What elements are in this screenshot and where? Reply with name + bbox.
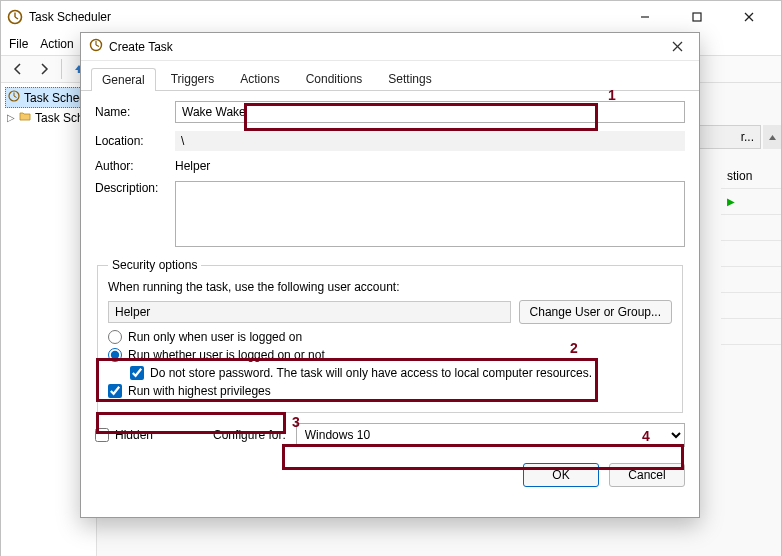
location-value: \	[175, 131, 685, 151]
run-logged-on-label: Run only when user is logged on	[128, 330, 302, 344]
create-task-dialog: Create Task General Triggers Actions Con…	[80, 32, 700, 518]
actions-row-6[interactable]	[721, 293, 781, 319]
maximize-button[interactable]	[679, 3, 715, 31]
highest-privileges-label: Run with highest privileges	[128, 384, 271, 398]
dialog-buttons: OK Cancel	[81, 455, 699, 487]
actions-row-2[interactable]: ▶	[721, 189, 781, 215]
svg-line-2	[15, 17, 18, 19]
svg-line-12	[14, 96, 17, 98]
app-icon	[7, 9, 23, 25]
actions-row-5[interactable]	[721, 267, 781, 293]
clock-icon	[8, 90, 20, 105]
description-label: Description:	[95, 181, 175, 195]
configure-for-select[interactable]: Windows 10	[296, 423, 685, 447]
play-icon: ▶	[727, 196, 735, 207]
dialog-app-icon	[89, 38, 103, 55]
back-button[interactable]	[7, 58, 29, 80]
folder-icon	[19, 110, 31, 125]
tree-root[interactable]: Task Scheduler	[5, 87, 92, 108]
dialog-body: Name: Location: \ Author: Helper Descrip…	[81, 91, 699, 455]
hidden-label: Hidden	[115, 428, 153, 442]
svg-line-15	[96, 45, 99, 47]
run-whether-option[interactable]: Run whether user is logged on or not	[108, 348, 672, 362]
ok-button[interactable]: OK	[523, 463, 599, 487]
cancel-button[interactable]: Cancel	[609, 463, 685, 487]
svg-rect-4	[693, 13, 701, 21]
tab-settings[interactable]: Settings	[377, 67, 442, 90]
dialog-title: Create Task	[109, 40, 173, 54]
tab-conditions[interactable]: Conditions	[295, 67, 374, 90]
menu-action[interactable]: Action	[40, 37, 73, 51]
tab-triggers[interactable]: Triggers	[160, 67, 226, 90]
author-label: Author:	[95, 159, 175, 173]
run-whether-label: Run whether user is logged on or not	[128, 348, 325, 362]
main-titlebar: Task Scheduler	[1, 1, 781, 33]
tab-actions[interactable]: Actions	[229, 67, 290, 90]
change-user-button[interactable]: Change User or Group...	[519, 300, 672, 324]
user-account-value: Helper	[108, 301, 511, 323]
actions-strip: stion ▶	[721, 163, 781, 345]
close-button[interactable]	[731, 3, 767, 31]
highest-privileges-option[interactable]: Run with highest privileges	[108, 384, 672, 398]
actions-row-3[interactable]	[721, 215, 781, 241]
tab-general[interactable]: General	[91, 68, 156, 91]
when-running-label: When running the task, use the following…	[108, 280, 672, 294]
hidden-checkbox[interactable]	[95, 428, 109, 442]
hidden-option[interactable]: Hidden	[95, 428, 153, 442]
forward-button[interactable]	[33, 58, 55, 80]
right-header-text: r...	[741, 130, 754, 144]
name-label: Name:	[95, 105, 175, 119]
tree-child[interactable]: ▷ Task Scheduler Library	[5, 108, 92, 127]
app-title: Task Scheduler	[29, 10, 111, 24]
dialog-titlebar[interactable]: Create Task	[81, 33, 699, 61]
no-store-password-label: Do not store password. The task will onl…	[150, 366, 592, 380]
minimize-button[interactable]	[627, 3, 663, 31]
actions-row-1[interactable]: stion	[721, 163, 781, 189]
actions-row-7[interactable]	[721, 319, 781, 345]
author-value: Helper	[175, 159, 210, 173]
run-logged-on-radio[interactable]	[108, 330, 122, 344]
no-store-password-checkbox[interactable]	[130, 366, 144, 380]
configure-for-label: Configure for:	[213, 428, 286, 442]
run-whether-radio[interactable]	[108, 348, 122, 362]
expand-icon[interactable]: ▷	[7, 112, 15, 123]
run-logged-on-option[interactable]: Run only when user is logged on	[108, 330, 672, 344]
location-label: Location:	[95, 134, 175, 148]
no-store-password-option[interactable]: Do not store password. The task will onl…	[108, 366, 672, 380]
name-input[interactable]	[175, 101, 685, 123]
security-legend: Security options	[108, 258, 201, 272]
scroll-up-button[interactable]	[763, 125, 781, 149]
window-controls	[627, 3, 775, 31]
menu-file[interactable]: File	[9, 37, 28, 51]
security-options-group: Security options When running the task, …	[97, 258, 683, 413]
highest-privileges-checkbox[interactable]	[108, 384, 122, 398]
actions-row-4[interactable]	[721, 241, 781, 267]
description-input[interactable]	[175, 181, 685, 247]
dialog-close-button[interactable]	[663, 36, 691, 58]
dialog-tabs: General Triggers Actions Conditions Sett…	[81, 61, 699, 91]
